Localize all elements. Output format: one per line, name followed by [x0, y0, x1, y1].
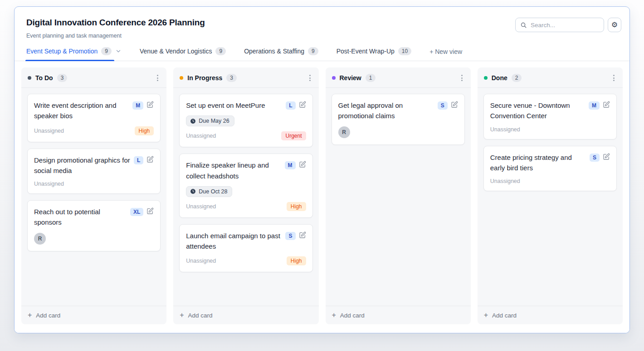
due-date-label: Due May 26: [199, 118, 229, 124]
column-card-list: Secure venue - Downtown Convention Cente…: [478, 88, 623, 306]
edit-card-button[interactable]: [603, 101, 610, 108]
task-card[interactable]: Finalize speaker lineup and collect head…: [179, 154, 312, 218]
assignee-label: Unassigned: [490, 126, 520, 133]
tab-count-badge: 10: [398, 47, 411, 55]
add-card-label: Add card: [340, 312, 365, 319]
tab-label: Operations & Staffing: [244, 48, 304, 55]
column-menu-button[interactable]: [459, 74, 464, 82]
card-title: Get legal approval on promotional claims: [338, 100, 434, 121]
add-card-label: Add card: [188, 312, 213, 319]
size-badge: S: [285, 232, 295, 240]
avatar[interactable]: R: [34, 233, 46, 245]
tab-post-event-wrap-up[interactable]: Post-Event Wrap-Up10: [337, 47, 411, 61]
card-footer-row: Unassigned: [490, 126, 610, 133]
column-menu-button[interactable]: [155, 74, 160, 82]
assignee-label: Unassigned: [34, 128, 64, 134]
column-status-dot: [180, 76, 183, 80]
column-title: Review: [340, 74, 361, 82]
search-box[interactable]: [515, 18, 604, 32]
edit-card-button[interactable]: [299, 161, 306, 168]
card-top-row: Create pricing strategy and early bird t…: [490, 152, 610, 173]
card-top-row: Set up event on MeetPureL: [186, 100, 306, 111]
column-count-badge: 2: [512, 74, 522, 82]
due-date-pill: Due May 26: [186, 115, 234, 126]
add-card-button[interactable]: +Add card: [21, 306, 166, 324]
card-title: Secure venue - Downtown Convention Cente…: [490, 100, 585, 121]
card-top-row: Design promotional graphics for social m…: [34, 155, 154, 176]
task-card[interactable]: Design promotional graphics for social m…: [27, 149, 161, 194]
column-title: To Do: [35, 74, 53, 82]
card-top-row: Secure venue - Downtown Convention Cente…: [490, 100, 610, 121]
chevron-down-icon[interactable]: [115, 48, 122, 54]
column-status-dot: [484, 76, 488, 80]
task-card[interactable]: Write event description and speaker bios…: [27, 94, 161, 142]
column-done: Done2Secure venue - Downtown Convention …: [478, 67, 623, 324]
card-title: Write event description and speaker bios: [34, 100, 129, 121]
settings-gear-button[interactable]: ⚙: [608, 18, 621, 32]
edit-pencil-icon: [146, 101, 154, 108]
priority-badge-urgent: Urgent: [281, 131, 306, 140]
edit-pencil-icon: [603, 101, 610, 108]
tab-count-badge: 9: [215, 47, 226, 55]
task-card[interactable]: Get legal approval on promotional claims…: [332, 94, 465, 145]
new-view-button[interactable]: + New view: [429, 48, 462, 61]
task-card[interactable]: Create pricing strategy and early bird t…: [483, 146, 617, 192]
clock-icon: [190, 118, 196, 124]
card-top-row: Finalize speaker lineup and collect head…: [186, 160, 306, 181]
column-header: Done2: [478, 67, 623, 88]
column-status-dot: [28, 76, 31, 80]
view-tabs: Event Setup & Promotion9Venue & Vendor L…: [15, 47, 629, 61]
add-card-button[interactable]: +Add card: [326, 306, 471, 324]
size-badge: M: [285, 161, 296, 169]
plus-icon: +: [180, 312, 184, 319]
card-footer-row: UnassignedHigh: [34, 126, 154, 135]
assignee-label: Unassigned: [186, 258, 216, 264]
due-date-label: Due Oct 28: [199, 188, 227, 195]
edit-card-button[interactable]: [451, 101, 458, 108]
add-card-button[interactable]: +Add card: [478, 306, 623, 324]
edit-card-button[interactable]: [146, 101, 154, 108]
task-card[interactable]: Set up event on MeetPureLDue May 26Unass…: [179, 94, 312, 147]
edit-pencil-icon: [603, 153, 610, 160]
assignee-label: Unassigned: [34, 181, 64, 187]
size-badge: S: [438, 101, 448, 110]
add-card-button[interactable]: +Add card: [173, 306, 318, 324]
due-date-pill: Due Oct 28: [186, 186, 232, 197]
add-card-label: Add card: [36, 312, 60, 319]
card-top-row: Get legal approval on promotional claims…: [338, 100, 458, 121]
assignee-label: Unassigned: [186, 133, 216, 139]
size-badge: L: [286, 101, 295, 110]
task-card[interactable]: Launch email campaign to past attendeesS…: [179, 224, 312, 273]
avatar[interactable]: R: [338, 126, 350, 138]
edit-pencil-icon: [299, 101, 306, 108]
tab-event-setup-promotion[interactable]: Event Setup & Promotion9: [26, 47, 122, 61]
column-header: To Do3: [21, 67, 166, 88]
edit-pencil-icon: [299, 231, 306, 239]
size-badge: L: [134, 156, 143, 164]
edit-card-button[interactable]: [299, 101, 306, 108]
column-card-list: Get legal approval on promotional claims…: [326, 88, 471, 306]
tab-venue-vendor-logistics[interactable]: Venue & Vendor Logistics9: [140, 47, 226, 61]
edit-pencil-icon: [146, 156, 154, 163]
tab-label: Venue & Vendor Logistics: [140, 48, 212, 55]
priority-badge-high: High: [287, 202, 306, 211]
edit-card-button[interactable]: [146, 156, 154, 163]
column-menu-button[interactable]: [611, 74, 616, 82]
column-count-badge: 3: [226, 74, 237, 82]
task-card[interactable]: Secure venue - Downtown Convention Cente…: [483, 94, 617, 139]
column-menu-button[interactable]: [307, 74, 312, 82]
column-review: Review1Get legal approval on promotional…: [326, 67, 471, 324]
plus-icon: +: [332, 312, 336, 319]
search-input[interactable]: [531, 22, 599, 29]
edit-card-button[interactable]: [299, 231, 306, 239]
tab-label: Event Setup & Promotion: [26, 48, 98, 55]
column-header: Review1: [326, 67, 471, 88]
edit-card-button[interactable]: [603, 153, 610, 160]
size-badge: S: [590, 154, 600, 162]
edit-pencil-icon: [451, 101, 458, 108]
kanban-board: To Do3Write event description and speake…: [15, 61, 629, 333]
edit-card-button[interactable]: [146, 207, 154, 215]
tab-operations-staffing[interactable]: Operations & Staffing9: [244, 47, 318, 61]
task-card[interactable]: Reach out to potential sponsorsXLR: [27, 200, 161, 251]
column-in-progress: In Progress3Set up event on MeetPureLDue…: [173, 67, 318, 324]
